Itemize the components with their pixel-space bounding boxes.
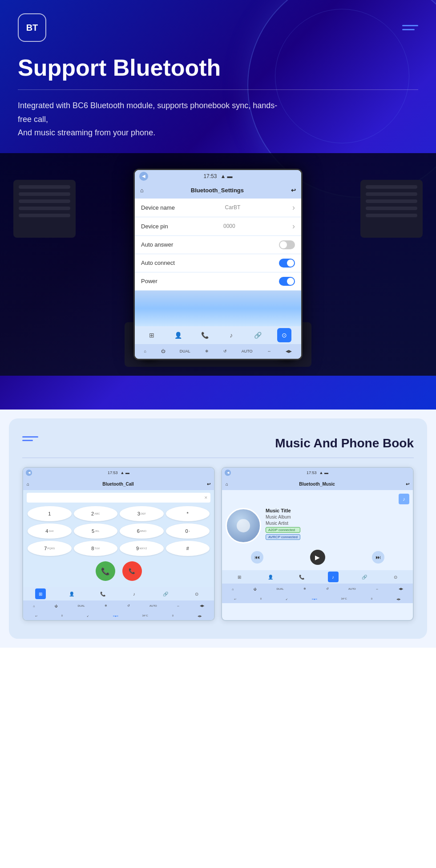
dial-2[interactable]: 2ABC bbox=[74, 506, 118, 521]
nav-back-icon[interactable]: ↩ bbox=[291, 187, 296, 194]
call-tab-link[interactable]: 🔗 bbox=[160, 588, 171, 599]
call-end-btn[interactable]: 📞 bbox=[122, 561, 142, 581]
vent-right bbox=[360, 180, 423, 238]
device-name-row[interactable]: Device name CarBT bbox=[135, 199, 301, 217]
music-bottom-tabs: ⊞ 👤 📞 ♪ 🔗 ⊙ bbox=[222, 570, 413, 584]
wave-decoration bbox=[135, 291, 301, 326]
back-button[interactable]: ◀ bbox=[139, 172, 148, 181]
auto-answer-toggle[interactable] bbox=[279, 240, 295, 249]
music-tab-cam[interactable]: ⊙ bbox=[390, 572, 401, 582]
call-content: ✕ 1 2ABC 3DEF * 4GHI 5JKL 6MNO 0+ 7PQRS … bbox=[23, 490, 214, 587]
section-title: Music And Phone Book bbox=[275, 436, 414, 450]
music-status-bar: ◀ 17:53 ▲ ▬ bbox=[222, 468, 413, 478]
tab-phone[interactable]: 📞 bbox=[198, 328, 212, 342]
tab-music[interactable]: ♪ bbox=[224, 328, 238, 342]
dial-0plus[interactable]: 0+ bbox=[166, 523, 210, 539]
section-divider bbox=[22, 458, 414, 458]
call-screen-title: Bluetooth_Call bbox=[102, 482, 134, 487]
dialpad: 1 2ABC 3DEF * 4GHI 5JKL 6MNO 0+ 7PQRS 8T… bbox=[27, 506, 210, 559]
dial-9[interactable]: 9WXYZ bbox=[120, 541, 164, 556]
call-tab-cam[interactable]: ⊙ bbox=[191, 588, 202, 599]
album-art-inner bbox=[237, 519, 250, 532]
power-row: Power bbox=[135, 272, 301, 290]
dial-hash[interactable]: # bbox=[166, 541, 210, 556]
call-home-icon[interactable]: ⌂ bbox=[27, 482, 29, 487]
call-screen: ◀ 17:53 ▲ ▬ ⌂ Bluetooth_Call ↩ ✕ 1 bbox=[22, 467, 215, 621]
a2dp-badge: A2DP connected bbox=[266, 527, 300, 533]
music-section: Music And Phone Book ◀ 17:53 ▲ ▬ ⌂ Bluet… bbox=[9, 418, 427, 639]
page-title: Support Bluetooth bbox=[18, 55, 418, 81]
bt-logo: BT bbox=[18, 13, 46, 42]
dual-screens: ◀ 17:53 ▲ ▬ ⌂ Bluetooth_Call ↩ ✕ 1 bbox=[22, 467, 414, 621]
screen-time: 17:53 bbox=[203, 173, 217, 179]
music-title: Music Title bbox=[266, 508, 300, 513]
screen-title: Bluetooth_Settings bbox=[191, 187, 244, 194]
call-climate-bar: ⌂⏻DUAL❄↺AUTO↔◀▶ bbox=[23, 600, 214, 611]
dial-4[interactable]: 4GHI bbox=[28, 523, 72, 539]
screen-bottom-tabs: ⊞ 👤 📞 ♪ 🔗 ⊙ bbox=[135, 326, 301, 344]
menu-icon[interactable] bbox=[22, 436, 38, 441]
screen-nav-bar: ⌂ Bluetooth_Settings ↩ bbox=[135, 183, 301, 199]
settings-content: Device name CarBT Device pin 0000 Auto a… bbox=[135, 199, 301, 326]
dial-7[interactable]: 7PQRS bbox=[28, 541, 72, 556]
hero-description: Integrated with BC6 Bluetooth module, su… bbox=[18, 99, 285, 140]
hamburger-menu[interactable] bbox=[402, 25, 418, 30]
call-actions: 📞 📞 bbox=[27, 559, 210, 584]
hero-header: BT bbox=[18, 13, 418, 42]
music-note-btn[interactable]: ♪ bbox=[399, 494, 409, 504]
climate-bar: ⌂ ⏻ DUAL ❄ ↺ AUTO ↔ ◀▶ bbox=[135, 344, 301, 358]
music-artist: Music Artist bbox=[266, 521, 300, 526]
power-toggle[interactable] bbox=[279, 277, 295, 286]
call-tab-phone[interactable]: 📞 bbox=[97, 588, 108, 599]
music-back-icon[interactable]: ↩ bbox=[406, 482, 409, 487]
call-nav-bar: ⌂ Bluetooth_Call ↩ bbox=[23, 478, 214, 490]
signal-icons: ▲ ▬ bbox=[220, 173, 232, 179]
call-back-btn[interactable]: ◀ bbox=[26, 470, 32, 476]
next-track-btn[interactable]: ⏭ bbox=[372, 551, 384, 564]
music-tab-phone[interactable]: 📞 bbox=[296, 572, 307, 582]
music-album: Music Album bbox=[266, 515, 300, 519]
play-btn[interactable]: ▶ bbox=[310, 550, 325, 565]
dial-5[interactable]: 5JKL bbox=[74, 523, 118, 539]
search-clear-icon[interactable]: ✕ bbox=[204, 495, 208, 500]
dial-1[interactable]: 1 bbox=[28, 506, 72, 521]
tab-camera[interactable]: ⊙ bbox=[277, 328, 291, 342]
home-icon[interactable]: ⌂ bbox=[140, 187, 144, 194]
device-pin-row[interactable]: Device pin 0000 bbox=[135, 217, 301, 235]
hero-divider bbox=[18, 89, 418, 90]
music-tab-grid[interactable]: ⊞ bbox=[234, 572, 245, 582]
music-tab-music[interactable]: ♪ bbox=[328, 572, 339, 582]
prev-track-btn[interactable]: ⏮ bbox=[251, 551, 263, 564]
tab-person[interactable]: 👤 bbox=[171, 328, 185, 342]
call-bottom-tabs: ⊞ 👤 📞 ♪ 🔗 ⊙ bbox=[23, 587, 214, 600]
auto-answer-row: Auto answer bbox=[135, 236, 301, 254]
call-tab-person[interactable]: 👤 bbox=[66, 588, 77, 599]
music-nav-bar: ⌂ Bluetooth_Music ↩ bbox=[222, 478, 413, 490]
call-tab-grid[interactable]: ⊞ bbox=[35, 588, 46, 599]
music-content: ♪ Music Title Music Album Music Artist A… bbox=[222, 490, 413, 570]
screen-status-bar: ◀ 17:53 ▲ ▬ bbox=[135, 170, 301, 183]
dial-star[interactable]: * bbox=[166, 506, 210, 521]
music-climate-bar-2: ↩0↙━●━34°C0◀▶ bbox=[222, 594, 413, 603]
dial-3[interactable]: 3DEF bbox=[120, 506, 164, 521]
car-background: ◀ 17:53 ▲ ▬ ⌂ Bluetooth_Settings ↩ Devic… bbox=[0, 153, 436, 376]
auto-connect-toggle[interactable] bbox=[279, 259, 295, 268]
music-controls: ⏮ ▶ ⏭ bbox=[226, 547, 409, 567]
dial-8[interactable]: 8TUV bbox=[74, 541, 118, 556]
climate-bar-2: ↩ 0 ↙ ━━●━━ 34°C 0 ◀▶ bbox=[135, 358, 301, 360]
call-tab-music[interactable]: ♪ bbox=[129, 588, 140, 599]
music-home-icon[interactable]: ⌂ bbox=[226, 482, 228, 487]
music-back-btn[interactable]: ◀ bbox=[225, 470, 231, 476]
dial-6[interactable]: 6MNO bbox=[120, 523, 164, 539]
phone-search-bar[interactable]: ✕ bbox=[27, 493, 210, 503]
tab-grid[interactable]: ⊞ bbox=[145, 328, 159, 342]
music-screen-title: Bluetooth_Music bbox=[299, 482, 335, 487]
call-back-icon[interactable]: ↩ bbox=[207, 482, 210, 487]
tab-link[interactable]: 🔗 bbox=[250, 328, 265, 342]
call-accept-btn[interactable]: 📞 bbox=[96, 561, 115, 581]
music-meta: Music Title Music Album Music Artist A2D… bbox=[266, 508, 300, 540]
music-tab-link[interactable]: 🔗 bbox=[359, 572, 370, 582]
music-header: Music And Phone Book bbox=[22, 436, 414, 450]
music-tab-person[interactable]: 👤 bbox=[265, 572, 276, 582]
music-screen: ◀ 17:53 ▲ ▬ ⌂ Bluetooth_Music ↩ ♪ bbox=[221, 467, 414, 621]
